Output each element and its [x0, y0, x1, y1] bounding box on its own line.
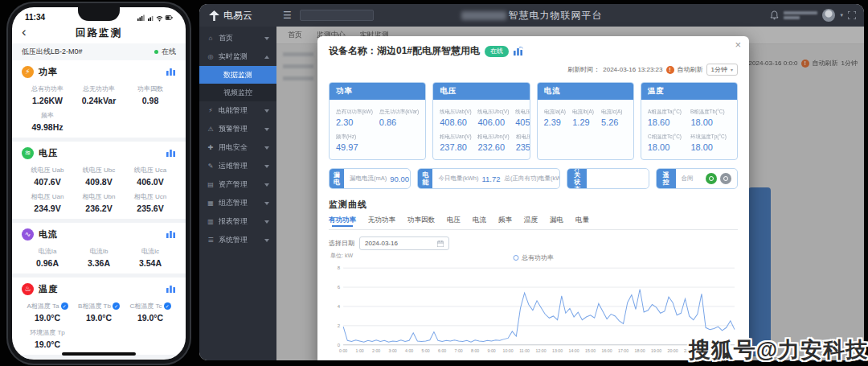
device-row[interactable]: 低压出线LB-2-M0# 在线: [12, 43, 186, 60]
chevron-icon: [264, 165, 269, 168]
svg-text:8:00: 8:00: [471, 348, 479, 353]
metric-label: 相电压 Uan: [22, 192, 73, 201]
metric-value: 19.0°C: [73, 313, 125, 323]
bell-icon[interactable]: [770, 10, 779, 20]
power-on-button[interactable]: [706, 173, 717, 184]
logo-text: 电易云: [223, 9, 252, 23]
metric-value: 19.0°C: [125, 313, 176, 323]
close-icon[interactable]: ×: [735, 39, 741, 50]
card-row: 相电压Uan(V)237.80相电压Ubn(V)232.60相电压Ucn(V)2…: [440, 133, 522, 152]
section-title: 温度: [39, 283, 162, 295]
menu-toggle-icon[interactable]: ☰: [283, 10, 292, 21]
refresh-interval-select[interactable]: 1分钟▾: [706, 64, 738, 76]
back-icon[interactable]: ‹: [22, 23, 27, 41]
metric-value: 236.2V: [73, 204, 125, 213]
chevron-icon: [264, 183, 269, 187]
curve-tab[interactable]: 电流: [473, 216, 486, 225]
metric-value: 3.54A: [125, 258, 176, 268]
curve-tab[interactable]: 功率因数: [407, 216, 435, 225]
temperature-icon: ♨: [22, 283, 34, 295]
chart-icon[interactable]: [166, 282, 176, 296]
metric-value: 407.6V: [22, 177, 73, 187]
chart-icon[interactable]: [166, 227, 176, 241]
metric-label: B相温度 Tb✓: [73, 302, 125, 310]
card-metric-value: 18.00: [690, 117, 731, 127]
strip-label: 开关状态: [567, 169, 587, 188]
sidebar-subitem[interactable]: 视频监控: [199, 84, 276, 101]
line-chart: 864200:001:002:003:004:005:006:007:008:0…: [329, 260, 738, 358]
card-metric-value: 2.30: [336, 117, 376, 127]
date-row: 选择日期 2024-03-16: [329, 236, 738, 250]
refresh-row: 刷新时间： 2024-03-16 13:23:23 ! 自动刷新 1分钟▾: [329, 64, 738, 76]
mini-chart-icon[interactable]: [514, 47, 523, 56]
section-header: ≋电压: [22, 146, 176, 160]
sidebar-item-home[interactable]: ⌂首页: [199, 29, 276, 47]
svg-text:2:00: 2:00: [372, 348, 380, 353]
curve-tab[interactable]: 电量: [575, 216, 589, 225]
chevron-down-icon[interactable]: ▾: [840, 12, 843, 19]
modal-title: 设备名称：湖边01#配电屏智慧用电: [329, 44, 480, 58]
svg-text:14:00: 14:00: [569, 348, 579, 353]
chart-legend[interactable]: 总有功功率: [513, 253, 554, 262]
card-metric-label: 线电压Ubc(V): [477, 108, 509, 115]
metric-value: 0.98: [125, 96, 176, 105]
svg-text:0: 0: [338, 343, 341, 347]
date-input[interactable]: 2024-03-16: [359, 236, 449, 250]
card-功率: 功率总有功功率(kW)2.30总无功功率(kVar)0.86功率因数0.54频率…: [329, 82, 426, 160]
svg-text:5:00: 5:00: [422, 348, 430, 353]
chart-icon[interactable]: [166, 64, 176, 79]
sidebar-subitem[interactable]: 数据监测: [199, 66, 276, 84]
curve-tab[interactable]: 频率: [498, 216, 512, 225]
chart-icon[interactable]: [166, 146, 176, 160]
card-metric: 功率因数0.54: [425, 108, 426, 127]
sidebar-item-report[interactable]: ▥报表管理: [199, 212, 276, 231]
metric-label: 相电压 Ucn: [125, 192, 176, 201]
sidebar-item-safety[interactable]: ✚用电安全: [199, 138, 276, 157]
alert-icon: ⚠: [207, 125, 215, 133]
metric-value: 3.36A: [73, 258, 125, 268]
svg-text:7:00: 7:00: [455, 348, 463, 353]
sidebar-item-asset[interactable]: ▤资产管理: [199, 175, 276, 194]
power-off-button[interactable]: [720, 173, 731, 184]
strip-item-value: 11.72: [481, 175, 500, 183]
card-metric-value: 235.50: [516, 142, 530, 152]
card-title: 电压: [433, 83, 529, 100]
svg-text:12:00: 12:00: [536, 348, 547, 353]
card-metric: 相电压Uan(V)237.80: [440, 133, 474, 152]
sidebar-item-system[interactable]: ☰系统管理: [199, 231, 276, 249]
card-metric: 电流Ic(A)5.26: [601, 108, 627, 127]
metric-grid: 线电压 Uab407.6V线电压 Ubc409.8V线电压 Uca406.0V相…: [22, 166, 176, 213]
chevron-icon: [264, 37, 269, 40]
sidebar-item-ops[interactable]: ✎运维管理: [199, 157, 276, 175]
curve-tab[interactable]: 温度: [524, 216, 538, 225]
search-input[interactable]: [300, 10, 374, 21]
curve-tab[interactable]: 电压: [447, 216, 461, 225]
sidebar-item-scada[interactable]: ▦组态管理: [199, 194, 276, 212]
sidebar-item-energy[interactable]: ⚡电能管理: [199, 101, 276, 120]
watermark: 搜狐号@力安科技: [689, 335, 868, 364]
section-power: ⚡功率总有功功率1.26KW总无功功率0.24kVar功率因数0.98频率49.…: [12, 60, 186, 138]
app-logo[interactable]: 电易云: [199, 9, 276, 23]
card-metric-value: 406.00: [477, 117, 512, 127]
home-indicator[interactable]: [62, 352, 136, 356]
metric: 功率因数0.98: [125, 84, 176, 105]
svg-text:4:00: 4:00: [405, 348, 413, 353]
sidebar-item-alert[interactable]: ⚠预警管理: [199, 120, 276, 138]
avatar[interactable]: [822, 9, 835, 22]
sidebar-item-label: 运维管理: [219, 161, 248, 171]
sidebar-item-label: 预警管理: [219, 124, 248, 134]
phone-notch: [78, 7, 120, 21]
card-metric-value: 237.80: [440, 142, 474, 152]
metric-value: 0.96A: [22, 258, 73, 268]
fullscreen-icon[interactable]: [848, 11, 856, 19]
refresh-time: 2024-03-16 13:23:23: [603, 66, 662, 73]
curve-tab[interactable]: 漏电: [550, 216, 563, 225]
svg-text:6:00: 6:00: [438, 348, 446, 353]
sidebar-item-monitor[interactable]: ◎实时监测: [199, 47, 276, 66]
user-org-text: [784, 11, 817, 19]
curve-tab[interactable]: 有功功率: [329, 216, 356, 225]
curve-tab[interactable]: 无功功率: [368, 216, 395, 225]
sidebar-subitem-label: 视频监控: [223, 88, 252, 98]
card-body: A相温度Ta(°C)18.60B相温度Tb(°C)18.00C相温度Tc(°C)…: [641, 100, 737, 158]
svg-text:10:00: 10:00: [503, 348, 514, 353]
